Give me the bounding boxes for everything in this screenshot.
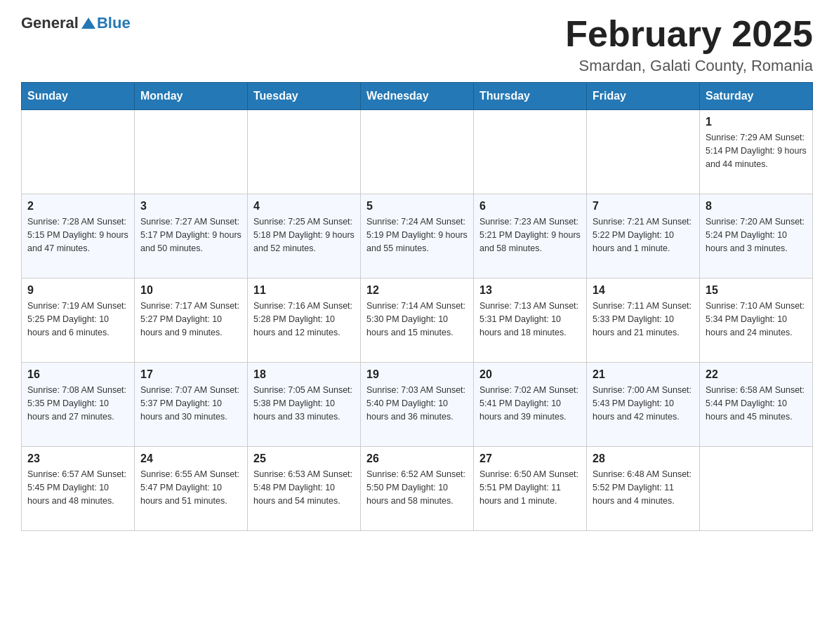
day-number: 21 (593, 368, 694, 381)
day-number: 16 (27, 368, 128, 381)
weekday-header-sunday: Sunday (22, 83, 135, 110)
day-number: 26 (366, 452, 468, 465)
calendar-cell: 17Sunrise: 7:07 AM Sunset: 5:37 PM Dayli… (135, 363, 248, 447)
day-number: 5 (366, 200, 468, 213)
week-row-3: 9Sunrise: 7:19 AM Sunset: 5:25 PM Daylig… (22, 279, 813, 363)
calendar-cell: 24Sunrise: 6:55 AM Sunset: 5:47 PM Dayli… (135, 447, 248, 531)
day-info: Sunrise: 7:13 AM Sunset: 5:31 PM Dayligh… (479, 300, 581, 339)
day-info: Sunrise: 7:03 AM Sunset: 5:40 PM Dayligh… (366, 384, 468, 423)
day-number: 11 (253, 284, 355, 297)
week-row-4: 16Sunrise: 7:08 AM Sunset: 5:35 PM Dayli… (22, 363, 813, 447)
day-info: Sunrise: 7:21 AM Sunset: 5:22 PM Dayligh… (593, 215, 694, 255)
svg-marker-0 (81, 18, 95, 29)
day-number: 4 (253, 200, 355, 213)
day-number: 27 (479, 452, 581, 465)
calendar-cell (474, 110, 587, 194)
weekday-header-friday: Friday (587, 83, 700, 110)
weekday-header-saturday: Saturday (700, 83, 813, 110)
calendar-cell: 20Sunrise: 7:02 AM Sunset: 5:41 PM Dayli… (474, 363, 587, 447)
day-number: 25 (253, 452, 355, 465)
calendar-cell: 4Sunrise: 7:25 AM Sunset: 5:18 PM Daylig… (248, 194, 361, 279)
calendar-cell: 18Sunrise: 7:05 AM Sunset: 5:38 PM Dayli… (248, 363, 361, 447)
weekday-header-wednesday: Wednesday (361, 83, 474, 110)
logo: General Blue (21, 14, 131, 32)
calendar-cell: 8Sunrise: 7:20 AM Sunset: 5:24 PM Daylig… (700, 194, 813, 279)
day-info: Sunrise: 7:23 AM Sunset: 5:21 PM Dayligh… (479, 215, 581, 255)
calendar-cell: 13Sunrise: 7:13 AM Sunset: 5:31 PM Dayli… (474, 279, 587, 363)
day-info: Sunrise: 6:55 AM Sunset: 5:47 PM Dayligh… (140, 468, 241, 507)
calendar-cell: 5Sunrise: 7:24 AM Sunset: 5:19 PM Daylig… (361, 194, 474, 279)
location-title: Smardan, Galati County, Romania (565, 57, 813, 75)
calendar-cell: 21Sunrise: 7:00 AM Sunset: 5:43 PM Dayli… (587, 363, 700, 447)
logo-text-blue: Blue (97, 14, 131, 32)
day-info: Sunrise: 7:25 AM Sunset: 5:18 PM Dayligh… (253, 215, 355, 255)
calendar-cell: 27Sunrise: 6:50 AM Sunset: 5:51 PM Dayli… (474, 447, 587, 531)
week-row-1: 1Sunrise: 7:29 AM Sunset: 5:14 PM Daylig… (22, 110, 813, 194)
weekday-header-monday: Monday (135, 83, 248, 110)
calendar-cell: 2Sunrise: 7:28 AM Sunset: 5:15 PM Daylig… (22, 194, 135, 279)
calendar-cell: 14Sunrise: 7:11 AM Sunset: 5:33 PM Dayli… (587, 279, 700, 363)
calendar-cell: 19Sunrise: 7:03 AM Sunset: 5:40 PM Dayli… (361, 363, 474, 447)
title-block: February 2025 Smardan, Galati County, Ro… (565, 14, 813, 75)
day-info: Sunrise: 7:07 AM Sunset: 5:37 PM Dayligh… (140, 384, 241, 423)
day-number: 14 (593, 284, 694, 297)
calendar-cell: 6Sunrise: 7:23 AM Sunset: 5:21 PM Daylig… (474, 194, 587, 279)
day-info: Sunrise: 6:57 AM Sunset: 5:45 PM Dayligh… (27, 468, 128, 507)
day-number: 3 (140, 200, 241, 213)
day-number: 10 (140, 284, 241, 297)
day-number: 23 (27, 452, 128, 465)
day-number: 28 (593, 452, 694, 465)
day-number: 2 (27, 200, 128, 213)
calendar-cell (248, 110, 361, 194)
day-info: Sunrise: 6:53 AM Sunset: 5:48 PM Dayligh… (253, 468, 355, 507)
day-info: Sunrise: 7:11 AM Sunset: 5:33 PM Dayligh… (593, 300, 694, 339)
day-number: 8 (706, 200, 807, 213)
calendar-cell: 22Sunrise: 6:58 AM Sunset: 5:44 PM Dayli… (700, 363, 813, 447)
day-info: Sunrise: 6:58 AM Sunset: 5:44 PM Dayligh… (706, 384, 807, 423)
calendar-cell: 11Sunrise: 7:16 AM Sunset: 5:28 PM Dayli… (248, 279, 361, 363)
day-number: 7 (593, 200, 694, 213)
day-number: 18 (253, 368, 355, 381)
day-number: 1 (706, 116, 807, 128)
calendar-cell (135, 110, 248, 194)
calendar-cell: 15Sunrise: 7:10 AM Sunset: 5:34 PM Dayli… (700, 279, 813, 363)
day-number: 12 (366, 284, 468, 297)
calendar-cell: 1Sunrise: 7:29 AM Sunset: 5:14 PM Daylig… (700, 110, 813, 194)
calendar-cell: 7Sunrise: 7:21 AM Sunset: 5:22 PM Daylig… (587, 194, 700, 279)
day-number: 17 (140, 368, 241, 381)
calendar-cell: 3Sunrise: 7:27 AM Sunset: 5:17 PM Daylig… (135, 194, 248, 279)
day-number: 15 (706, 284, 807, 297)
day-info: Sunrise: 6:48 AM Sunset: 5:52 PM Dayligh… (593, 468, 694, 507)
day-number: 20 (479, 368, 581, 381)
day-info: Sunrise: 6:50 AM Sunset: 5:51 PM Dayligh… (479, 468, 581, 507)
weekday-header-tuesday: Tuesday (248, 83, 361, 110)
weekday-header-thursday: Thursday (474, 83, 587, 110)
day-number: 24 (140, 452, 241, 465)
day-info: Sunrise: 7:20 AM Sunset: 5:24 PM Dayligh… (706, 215, 807, 255)
day-info: Sunrise: 7:17 AM Sunset: 5:27 PM Dayligh… (140, 300, 241, 339)
calendar-cell (700, 447, 813, 531)
calendar-cell: 16Sunrise: 7:08 AM Sunset: 5:35 PM Dayli… (22, 363, 135, 447)
day-info: Sunrise: 7:02 AM Sunset: 5:41 PM Dayligh… (479, 384, 581, 423)
day-info: Sunrise: 7:14 AM Sunset: 5:30 PM Dayligh… (366, 300, 468, 339)
day-info: Sunrise: 7:08 AM Sunset: 5:35 PM Dayligh… (27, 384, 128, 423)
calendar-cell: 26Sunrise: 6:52 AM Sunset: 5:50 PM Dayli… (361, 447, 474, 531)
logo-text-general: General (21, 14, 79, 32)
calendar-cell: 10Sunrise: 7:17 AM Sunset: 5:27 PM Dayli… (135, 279, 248, 363)
logo-triangle-icon (80, 15, 97, 32)
day-info: Sunrise: 7:27 AM Sunset: 5:17 PM Dayligh… (140, 215, 241, 255)
calendar-cell: 12Sunrise: 7:14 AM Sunset: 5:30 PM Dayli… (361, 279, 474, 363)
calendar-table: SundayMondayTuesdayWednesdayThursdayFrid… (21, 82, 813, 531)
day-info: Sunrise: 7:16 AM Sunset: 5:28 PM Dayligh… (253, 300, 355, 339)
calendar-cell: 28Sunrise: 6:48 AM Sunset: 5:52 PM Dayli… (587, 447, 700, 531)
day-info: Sunrise: 7:19 AM Sunset: 5:25 PM Dayligh… (27, 300, 128, 339)
page-header: General Blue February 2025 Smardan, Gala… (21, 14, 813, 75)
day-number: 19 (366, 368, 468, 381)
day-number: 9 (27, 284, 128, 297)
week-row-5: 23Sunrise: 6:57 AM Sunset: 5:45 PM Dayli… (22, 447, 813, 531)
calendar-cell: 23Sunrise: 6:57 AM Sunset: 5:45 PM Dayli… (22, 447, 135, 531)
month-title: February 2025 (565, 14, 813, 54)
calendar-cell: 25Sunrise: 6:53 AM Sunset: 5:48 PM Dayli… (248, 447, 361, 531)
day-number: 22 (706, 368, 807, 381)
day-number: 6 (479, 200, 581, 213)
